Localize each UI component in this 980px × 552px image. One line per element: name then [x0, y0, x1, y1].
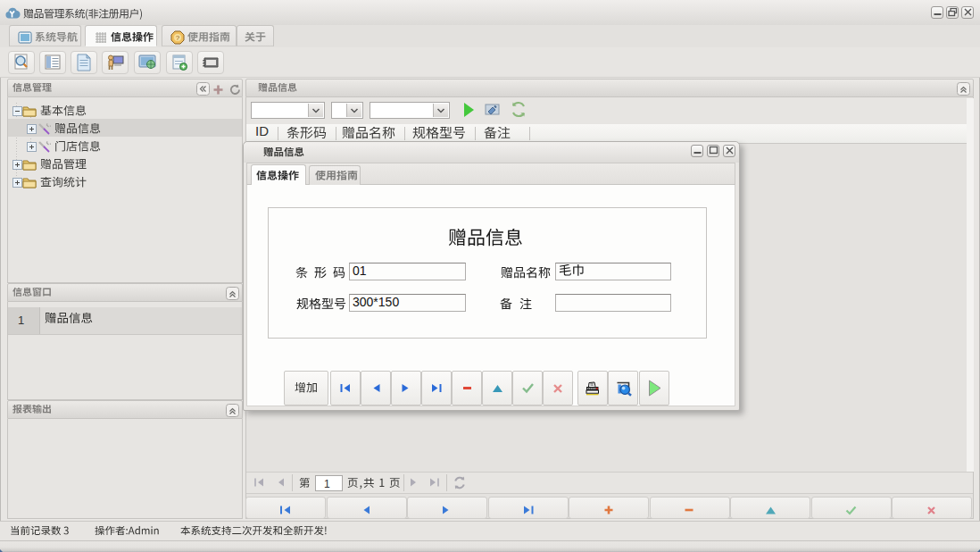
svg-text:?: ?: [176, 34, 180, 42]
